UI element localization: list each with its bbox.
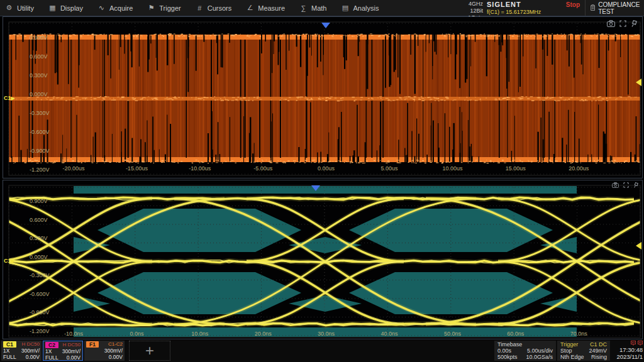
compliance-test-label: COMPLIANCE TEST <box>598 1 641 15</box>
menu-item-utility[interactable]: ⚙Utility <box>5 4 34 12</box>
bandwidth-spec: 4GHz 12Bit <box>463 1 484 14</box>
eye-diagram-canvas <box>3 180 642 339</box>
c1-offset: 0.00V <box>26 354 40 360</box>
c2-scale: 300mV/ <box>62 348 80 354</box>
menu-item-label: Cursors <box>208 4 232 12</box>
clock-panel: 17:30:48 2023/11/1 <box>611 341 643 360</box>
math-icon: ∑ <box>299 4 308 12</box>
plot1-toolbar <box>607 20 637 27</box>
c1-scale: 300mV/ <box>21 348 40 354</box>
timebase-rate: 10.0GSa/s <box>526 354 553 360</box>
pin-icon[interactable] <box>633 182 638 188</box>
acquire-wave-icon: ∿ <box>97 4 106 12</box>
oscilloscope-screen: ⚙Utility▦Display∿Acquire⚑Trigger#Cursors… <box>0 0 644 362</box>
menu-items: ⚙Utility▦Display∿Acquire⚑Trigger#Cursors… <box>5 0 379 16</box>
menu-item-cursors[interactable]: #Cursors <box>196 4 232 12</box>
trigger-title: Trigger <box>560 341 578 348</box>
menu-item-math[interactable]: ∑Math <box>299 4 326 12</box>
timebase-title: Timebase <box>497 341 522 348</box>
trigger-slope: Rising <box>591 354 607 360</box>
eye-diagram-plot: 0.900V0.600V0.300V0.000V-0.300V-0.600V-0… <box>3 180 643 339</box>
channel-descriptor-c1[interactable]: C1 H DC50 1X300mV/ FULL0.00V <box>1 341 42 361</box>
trigger-level-marker-plot2[interactable] <box>636 242 641 250</box>
expand-icon[interactable] <box>619 20 626 27</box>
menu-item-acquire[interactable]: ∿Acquire <box>97 4 133 12</box>
trigger-type: Nth Edge <box>560 354 584 360</box>
analysis-icon: ▤ <box>341 4 349 12</box>
clock-time: 17:30:48 <box>611 346 643 353</box>
camera-icon[interactable] <box>607 20 615 27</box>
menu-item-label: Acquire <box>109 4 133 12</box>
menu-item-label: Analysis <box>353 4 379 12</box>
trigger-source: C1 DC <box>590 341 607 348</box>
timebase-scale: 5.00us/div <box>527 348 553 354</box>
frequency-counter: f(C1) = 15.61723MHz <box>487 9 582 15</box>
trigger-level-marker-plot1[interactable] <box>636 79 641 86</box>
c1-badge: C1 <box>3 341 16 348</box>
menu-item-label: Math <box>311 4 326 12</box>
f1-badge: F1 <box>86 341 99 348</box>
c2-offset: 0.00V <box>67 354 80 361</box>
camera-icon[interactable] <box>612 182 619 188</box>
menu-item-label: Utility <box>17 4 34 12</box>
f1-offset: 0.00V <box>109 354 123 360</box>
menu-bar: ⚙Utility▦Display∿Acquire⚑Trigger#Cursors… <box>0 0 644 16</box>
c2-attenuation: 1X <box>45 348 52 354</box>
menu-item-label: Trigger <box>159 4 180 12</box>
usb-icon <box>638 341 643 346</box>
math-descriptor-f1[interactable]: F1 C1-C2 300mV/ 0.00V <box>84 341 125 361</box>
trigger-flag-icon: ⚑ <box>147 4 155 12</box>
c2-badge: C2 <box>45 342 58 348</box>
menu-item-trigger[interactable]: ⚑Trigger <box>147 4 180 12</box>
waveform-plot: 0.900V0.600V0.300V0.000V-0.300V-0.600V-0… <box>3 16 643 178</box>
c1-position-marker-plot2[interactable]: C1▶ <box>4 258 15 265</box>
trigger-position-marker-plot2[interactable] <box>311 185 320 191</box>
c1-coupling: H DC50 <box>22 341 40 348</box>
brand-logo: SIGLENT <box>487 1 521 8</box>
menu-item-label: Display <box>60 4 83 12</box>
add-channel-button[interactable]: + <box>129 341 170 361</box>
c2-bandwidth: FULL <box>45 354 58 361</box>
network-status-icons[interactable] <box>611 341 643 346</box>
timebase-points: 500kpts <box>497 354 518 360</box>
menu-item-label: Measure <box>258 4 285 12</box>
gear-icon: ⚙ <box>5 4 13 12</box>
f1-scale: 300mV/ <box>104 348 123 354</box>
display-icon: ▦ <box>48 4 57 12</box>
channel-descriptor-c2[interactable]: C2 H DC50 1X300mV/ FULL0.00V <box>43 341 83 361</box>
expand-icon[interactable] <box>623 182 629 188</box>
menu-item-measure[interactable]: ∠Measure <box>246 4 285 12</box>
trigger-position-marker-plot1[interactable] <box>321 23 330 28</box>
c1-attenuation: 1X <box>3 348 9 354</box>
c1-position-marker-plot1[interactable]: C1▶ <box>4 95 15 102</box>
c2-coupling: H DC50 <box>63 342 80 348</box>
c1-bandwidth: FULL <box>3 354 16 360</box>
clipboard-icon <box>591 4 595 12</box>
cursors-icon: # <box>196 4 204 12</box>
trigger-level: 249mV <box>589 348 607 354</box>
menu-item-display[interactable]: ▦Display <box>48 4 83 12</box>
menu-item-analysis[interactable]: ▤Analysis <box>341 4 379 12</box>
brand-block: SIGLENT Stop f(C1) = 15.61723MHz <box>487 1 582 15</box>
trigger-status: Stop <box>560 348 572 354</box>
timebase-delay: 0.00s <box>497 348 511 354</box>
plot2-toolbar <box>612 182 638 188</box>
clock-date: 2023/11/1 <box>611 353 643 360</box>
pin-icon[interactable] <box>631 20 637 27</box>
compliance-test-button[interactable]: COMPLIANCE TEST <box>585 0 641 16</box>
measure-icon: ∠ <box>246 4 254 12</box>
acquisition-status[interactable]: Stop <box>566 1 580 8</box>
lan-icon <box>631 341 636 346</box>
f1-source: C1-C2 <box>108 341 123 348</box>
timebase-panel[interactable]: Timebase 0.00s5.00us/div 500kpts10.0GSa/… <box>494 341 556 361</box>
status-bar: C1 H DC50 1X300mV/ FULL0.00V C2 H DC50 1… <box>0 340 644 362</box>
trigger-panel[interactable]: TriggerC1 DC Stop249mV Nth EdgeRising <box>557 341 610 361</box>
waveform-canvas <box>3 17 642 178</box>
